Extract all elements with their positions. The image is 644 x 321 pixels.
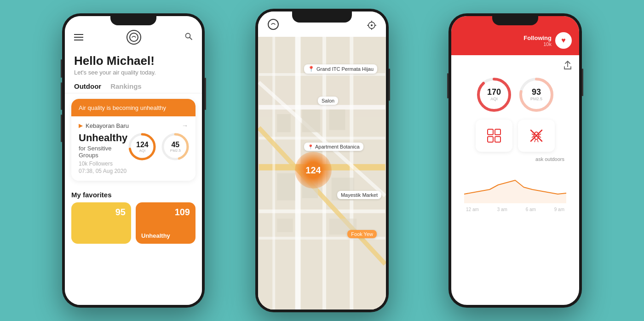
svg-rect-21: [350, 37, 353, 310]
no-mosquito-card[interactable]: [518, 120, 555, 152]
hamburger-icon[interactable]: [74, 34, 83, 40]
svg-point-7: [268, 19, 278, 29]
grand-itc-text: Grand ITC Permata Hijau: [316, 66, 374, 72]
location-arrow-icon: ▶: [79, 122, 83, 129]
aq-header-text: Air quality is becoming unhealthy: [79, 104, 166, 111]
svg-point-9: [371, 24, 373, 26]
right-pm25-gauge: 93 PM2.5: [518, 76, 555, 113]
favorites-section: My favorites 95 109 Unhealthy: [65, 186, 202, 244]
map-logo: [267, 18, 279, 32]
aq-gauges: 124 AQI: [127, 132, 190, 161]
chart-labels: 12 am 3 am 6 am 9 am: [464, 205, 566, 212]
screen-right: Following 10k ♥: [451, 16, 579, 305]
greeting-subtitle: Let's see your air quality today.: [74, 69, 193, 76]
location-name: Kebayoran Baru: [86, 122, 129, 129]
aq-datetime: 07:38, 05 Aug 2020: [79, 168, 127, 174]
svg-rect-17: [259, 105, 385, 109]
aq-card[interactable]: Air quality is becoming unhealthy ▶ Keba…: [71, 99, 196, 181]
screen-left: Hello Michael! Let's see your air qualit…: [65, 16, 202, 305]
svg-line-44: [532, 134, 534, 135]
metric-row: 170 AQI 93: [459, 76, 572, 113]
salon-text: Salon: [322, 98, 334, 103]
screen-mid: 📍 Grand ITC Permata Hijau Salon 📍 Apartm…: [258, 11, 386, 310]
svg-rect-28: [329, 109, 345, 130]
tab-outdoor[interactable]: Outdoor: [74, 82, 101, 90]
favorites-grid: 95 109 Unhealthy: [71, 202, 196, 244]
fav-num-2: 109: [175, 207, 190, 218]
mask-text: ask outdoors: [459, 156, 564, 162]
svg-line-46: [539, 134, 541, 135]
map-aqi-value: 124: [305, 165, 321, 176]
svg-line-49: [537, 139, 538, 142]
notch-right: [492, 16, 538, 25]
svg-rect-20: [272, 37, 275, 310]
tab-divider: [65, 93, 202, 93]
favorites-title: My favorites: [71, 191, 196, 199]
map-label-fook: Fook Yew: [347, 230, 377, 238]
phone-left-screen: Hello Michael! Let's see your air qualit…: [65, 16, 202, 305]
location-left: ▶ Kebayoran Baru: [79, 122, 129, 129]
map-label-botanica: 📍 Apartment Botanica: [304, 143, 363, 151]
chart-area: 12 am 3 am 6 am 9 am: [459, 162, 572, 212]
svg-rect-42: [495, 137, 500, 142]
phone-right-screen: Following 10k ♥: [451, 16, 579, 305]
phone-left: Hello Michael! Let's see your air qualit…: [62, 13, 205, 308]
following-count: 10k: [523, 41, 552, 47]
pm25-gauge: 45 PM2.5: [161, 132, 190, 161]
pm25-label: 45 PM2.5: [170, 141, 181, 153]
right-aqi-label: 170 AQI: [487, 88, 501, 102]
right-pm25-circle: 93 PM2.5: [518, 76, 555, 113]
aq-status: Unhealthy: [79, 132, 127, 144]
aq-card-body: ▶ Kebayoran Baru → Unhealthy for Sensiti…: [71, 116, 196, 181]
following-text: Following 10k: [523, 34, 552, 47]
share-button[interactable]: [459, 61, 572, 70]
following-label: Following: [523, 34, 552, 41]
map-background: 📍 Grand ITC Permata Hijau Salon 📍 Apartm…: [258, 37, 386, 310]
right-pm25-label: 93 PM2.5: [530, 88, 542, 102]
tabs-row: Outdoor Rankings: [65, 76, 202, 93]
svg-line-48: [535, 139, 535, 142]
right-content: 170 AQI 93: [451, 55, 579, 305]
svg-rect-41: [488, 137, 493, 142]
svg-rect-19: [259, 210, 385, 213]
greeting-section: Hello Michael! Let's see your air qualit…: [65, 49, 202, 76]
action-row: [459, 120, 572, 152]
app-logo: [126, 30, 141, 45]
location-row: ▶ Kebayoran Baru →: [79, 122, 188, 129]
aq-status-sub: for Sensitive Groups: [79, 145, 127, 159]
aq-status-section: Unhealthy for Sensitive Groups 10k Follo…: [79, 132, 127, 174]
notch-left: [110, 16, 156, 25]
fav-card-2[interactable]: 109 Unhealthy: [136, 202, 196, 244]
notch-mid: [292, 11, 352, 23]
svg-line-47: [539, 136, 541, 138]
aq-card-header: Air quality is becoming unhealthy: [71, 99, 196, 116]
search-icon[interactable]: [184, 32, 193, 43]
fav-card-1[interactable]: 95: [71, 202, 131, 244]
svg-line-2: [190, 37, 192, 40]
aq-followers: 10k Followers: [79, 160, 127, 167]
right-aqi-gauge: 170 AQI: [476, 76, 512, 113]
map-label-salon: Salon: [318, 97, 338, 105]
phone-mid-screen: 📍 Grand ITC Permata Hijau Salon 📍 Apartm…: [258, 11, 386, 310]
pm25-gauge-circle: 45 PM2.5: [161, 132, 190, 161]
svg-rect-29: [277, 114, 291, 132]
svg-point-0: [130, 33, 138, 41]
aqi-label: 124 AQI: [136, 141, 149, 153]
chevron-right-icon[interactable]: →: [182, 122, 188, 129]
chart-label-0: 12 am: [466, 207, 479, 212]
tab-rankings[interactable]: Rankings: [110, 82, 142, 90]
phone-right: Following 10k ♥: [448, 13, 582, 308]
windows-card[interactable]: [476, 120, 512, 152]
phone-mid: 📍 Grand ITC Permata Hijau Salon 📍 Apartm…: [255, 9, 389, 312]
map-label-grand-itc: 📍 Grand ITC Permata Hijau: [304, 64, 377, 74]
heart-button[interactable]: ♥: [555, 32, 572, 49]
map-label-mayestik: Mayestik Market: [337, 191, 381, 199]
crosshair-icon[interactable]: [367, 20, 377, 32]
svg-rect-33: [277, 218, 293, 232]
mayestik-text: Mayestik Market: [341, 192, 378, 198]
svg-rect-40: [495, 129, 500, 135]
fook-text: Fook Yew: [351, 231, 373, 237]
chart-label-3: 9 am: [554, 207, 564, 212]
map-aqi-marker[interactable]: 124: [295, 152, 332, 189]
svg-marker-52: [464, 180, 566, 203]
